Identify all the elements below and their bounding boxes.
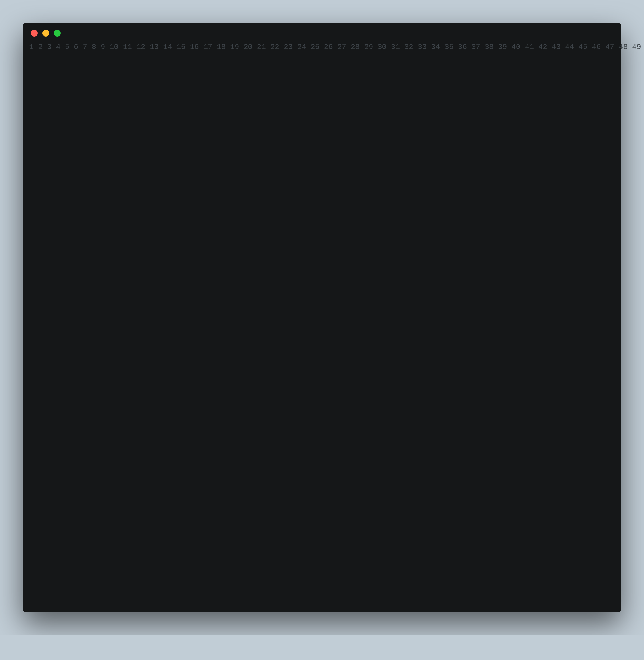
line-number-gutter: 1 2 3 4 5 6 7 8 9 10 11 12 13 14 15 16 1… [26,42,644,606]
code-window: 1 2 3 4 5 6 7 8 9 10 11 12 13 14 15 16 1… [23,23,621,613]
close-icon[interactable] [31,30,38,37]
editor-area: 1 2 3 4 5 6 7 8 9 10 11 12 13 14 15 16 1… [23,42,621,606]
zoom-icon[interactable] [54,30,61,37]
minimize-icon[interactable] [42,30,49,37]
window-titlebar [23,23,621,42]
